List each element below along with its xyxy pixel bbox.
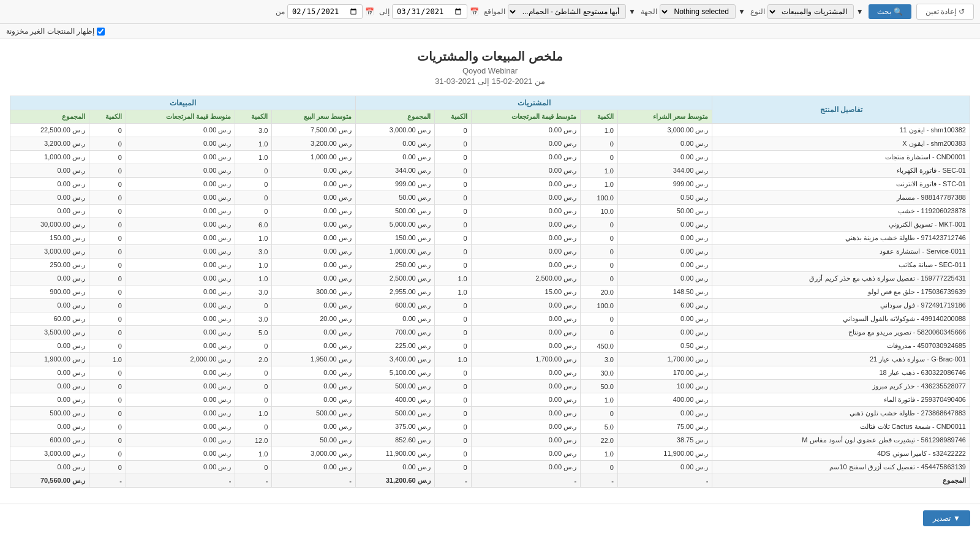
table-row: 988147787388 - مسمارر.س 0.50100.0ر.س 0.0…	[10, 191, 970, 205]
reset-button[interactable]: ↺ إعادة تعين	[916, 4, 974, 20]
table-cell: 0	[89, 151, 126, 164]
table-cell: 100.0	[581, 299, 618, 312]
table-cell: ر.س 0.00	[10, 164, 89, 178]
table-cell: ر.س 0.00	[126, 407, 235, 420]
table-cell: ر.س 1,900.00	[10, 353, 89, 366]
table-cell: 0	[581, 245, 618, 259]
table-cell: 1.0	[235, 137, 272, 151]
table-cell: 0	[581, 218, 618, 232]
table-cell: ر.س 0.50	[617, 339, 712, 353]
top-bar: ↺ إعادة تعين 🔍 بحث ▼ المشتريات والمبيعات…	[0, 0, 980, 24]
table-cell: ر.س 0.00	[617, 272, 712, 285]
table-cell: 0	[89, 285, 126, 299]
show-non-stored-label[interactable]: إظهار المنتجات الغير مخزونة	[6, 27, 105, 36]
col-group-purchases: المشتريات	[355, 96, 712, 110]
table-cell: ر.س 0.00	[617, 218, 712, 232]
table-cell: 159777225431 - تفصيل سوارة ذهب مع حذر كر…	[712, 272, 970, 285]
table-cell: ر.س 0.00	[617, 461, 712, 474]
table-cell: ر.س 0.00	[126, 312, 235, 326]
table-cell: ر.س 0.00	[272, 393, 356, 407]
table-cell: ر.س 0.00	[272, 299, 356, 312]
table-row: 259370490406 - فاتورة الماءر.س 400.001.0…	[10, 393, 970, 407]
table-cell: ر.س 0.00	[471, 178, 580, 191]
table-row: MKT-001 - تسويق الكترونير.س 0.000ر.س 0.0…	[10, 218, 970, 232]
table-cell: ر.س 500.00	[272, 407, 356, 420]
table-cell: ر.س 0.00	[617, 232, 712, 245]
table-cell: ر.س 400.00	[355, 393, 434, 407]
table-cell: 10.0	[581, 205, 618, 218]
table-cell: 988147787388 - مسمار	[712, 191, 970, 205]
table-cell: 175036739639 - حلق مع فص لولو	[712, 285, 970, 299]
table-cell: ر.س 0.00	[617, 137, 712, 151]
second-bar: إظهار المنتجات الغير مخزونة	[0, 24, 980, 39]
reset-icon: ↺	[959, 7, 965, 16]
th-sell-return-avg: منوسط قيمة المرتجعات	[126, 110, 235, 124]
table-cell: 0	[235, 420, 272, 434]
table-row: 972491719186 - فول سودانير.س 6.00100.0ر.…	[10, 299, 970, 312]
table-cell: ر.س 1,700.00	[617, 353, 712, 366]
table-row: CND0001 - استشارة منتجاتر.س 0.000ر.س 0.0…	[10, 151, 970, 164]
table-cell: ر.س 0.00	[126, 178, 235, 191]
total-row: المجموع----ر.س 31,200.60----ر.س 70,560.0…	[10, 474, 970, 488]
table-cell: SEC-011 - صيانة مكاتب	[712, 259, 970, 272]
table-cell: ر.س 1,700.00	[471, 353, 580, 366]
table-cell: ر.س 0.00	[471, 407, 580, 420]
from-date-input[interactable]	[287, 4, 363, 19]
table-cell: 1.0	[235, 272, 272, 285]
branch-select[interactable]: أبها مستوجع الشاطئ - الحمام...	[508, 4, 626, 19]
table-row: 561298989746 - تيشيرت قطن عضوي لون أسود …	[10, 434, 970, 447]
table-cell: 5820060345666 - تصوير مريدو مع مونتاج	[712, 326, 970, 339]
col-group-product: تفاصيل المنتج	[712, 96, 970, 124]
table-cell: 0	[434, 380, 471, 393]
th-sell-return-qty: الكمية	[89, 110, 126, 124]
table-cell: 0	[89, 447, 126, 461]
table-cell: ر.س 0.00	[126, 326, 235, 339]
table-cell: 20.0	[581, 285, 618, 299]
type-label: النوع	[750, 7, 765, 16]
table-cell: ر.س 0.00	[471, 191, 580, 205]
table-cell: CND0001 - استشارة منتجات	[712, 151, 970, 164]
th-sell-total: المجموع	[10, 110, 89, 124]
search-button[interactable]: 🔍 بحث	[869, 4, 911, 19]
table-cell: ر.س 1,950.00	[272, 353, 356, 366]
table-cell: ر.س 3,000.00	[355, 124, 434, 137]
total-cell: ر.س 70,560.00	[10, 474, 89, 488]
table-cell: ر.س 11,900.00	[355, 447, 434, 461]
th-sell-qty: الكمية	[235, 110, 272, 124]
table-cell: ر.س 0.00	[126, 137, 235, 151]
search-icon: 🔍	[894, 7, 903, 16]
table-cell: 1.0	[89, 353, 126, 366]
table-cell: 0	[89, 259, 126, 272]
report-date: من 2021-02-15 إلى 2021-03-31	[10, 77, 970, 86]
export-button[interactable]: ▼ تصدير	[923, 510, 970, 526]
table-row: s32422222 - كاميرا سوني 4DSر.س 11,900.00…	[10, 447, 970, 461]
th-buy-total: المجموع	[355, 110, 434, 124]
direction-select[interactable]: Nothing selected	[660, 4, 736, 19]
table-cell: ر.س 250.00	[355, 259, 434, 272]
table-cell: 0	[89, 245, 126, 259]
table-cell: ر.س 20.00	[272, 312, 356, 326]
table-cell: 0	[581, 232, 618, 245]
table-cell: 0	[89, 326, 126, 339]
main-content: ملخص المبيعات والمشتريات Qoyod Webinar م…	[0, 39, 980, 497]
table-cell: ر.س 250.00	[10, 259, 89, 272]
table-cell: ر.س 3,200.00	[10, 137, 89, 151]
show-non-stored-checkbox[interactable]	[97, 28, 105, 36]
table-row: 971423712746 - طاولة خشب مزينة بذهنير.س …	[10, 232, 970, 245]
report-header: ملخص المبيعات والمشتريات Qoyod Webinar م…	[10, 49, 970, 86]
table-cell: ر.س 0.00	[471, 218, 580, 232]
from-calendar-icon: 📅	[365, 7, 374, 16]
table-row: 119206023878 - خشبر.س 50.0010.0ر.س 0.000…	[10, 205, 970, 218]
table-cell: ر.س 300.00	[272, 285, 356, 299]
table-cell: 0	[235, 205, 272, 218]
type-select[interactable]: المشتريات والمبيعات	[767, 4, 854, 19]
table-cell: ر.س 0.00	[10, 299, 89, 312]
table-cell: ر.س 22,500.00	[10, 124, 89, 137]
to-date-input[interactable]	[392, 4, 467, 19]
table-cell: 0	[89, 164, 126, 178]
table-row: 159777225431 - تفصيل سوارة ذهب مع حذر كر…	[10, 272, 970, 285]
table-cell: ر.س 0.00	[126, 272, 235, 285]
table-cell: 0	[235, 164, 272, 178]
direction-label: الجهة	[641, 7, 657, 16]
table-cell: 0	[434, 434, 471, 447]
